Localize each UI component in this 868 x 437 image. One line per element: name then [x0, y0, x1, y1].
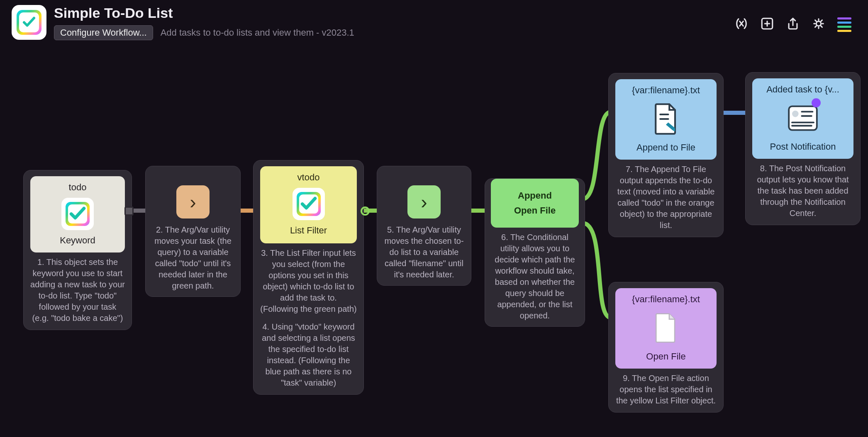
open-label: Open File — [619, 351, 712, 362]
file-icon — [650, 310, 682, 346]
configure-workflow-button[interactable]: Configure Workflow... — [54, 25, 153, 40]
workflow-subtitle: Add tasks to to-do lists and view them -… — [161, 27, 354, 38]
list-filter-node-icon — [293, 188, 325, 220]
header-bar: Simple To-Do List Configure Workflow... … — [0, 0, 868, 46]
open-desc: 9. The Open File action opens the list s… — [615, 373, 717, 406]
conditional-node[interactable]: Append Open File 6. The Conditional util… — [485, 178, 585, 327]
append-desc: 7. The Append To File output appends the… — [615, 164, 717, 231]
chevron-right-icon: › — [407, 185, 441, 218]
open-file-node[interactable]: {var:filename}.txt Open File 9. The Open… — [608, 282, 724, 413]
file-append-icon — [650, 101, 682, 137]
keyword-title: todo — [34, 182, 121, 193]
argvar-orange-node[interactable]: › 2. The Arg/Var utility moves your task… — [145, 166, 241, 297]
argvar-orange-desc: 2. The Arg/Var utility moves your task (… — [151, 224, 234, 291]
argvar-green-node[interactable]: › 5. The Arg/Var utility moves the chose… — [377, 166, 471, 286]
keyword-node[interactable]: todo Keyword 1. This object sets the key… — [23, 170, 132, 330]
add-icon[interactable] — [760, 17, 774, 32]
keyword-node-icon — [61, 198, 94, 230]
notification-icon — [787, 100, 819, 136]
notify-desc: 8. The Post Notification output lets you… — [752, 163, 853, 219]
debug-icon[interactable] — [812, 17, 826, 32]
checkmark-icon — [22, 15, 37, 30]
workflow-canvas[interactable]: todo Keyword 1. This object sets the key… — [0, 46, 868, 437]
workflow-app-icon — [12, 5, 46, 40]
post-notification-node[interactable]: Added task to {v... Post Notification 8.… — [745, 72, 861, 225]
conditional-desc: 6. The Conditional utility allows you to… — [491, 232, 579, 321]
conditional-option-open: Open File — [494, 205, 575, 216]
keyword-output-port[interactable] — [124, 206, 134, 216]
share-icon[interactable] — [786, 17, 800, 32]
list-filter-label: List Filter — [264, 225, 353, 236]
list-filter-desc-4: 4. Using "vtodo" keyword and selecting a… — [260, 321, 357, 388]
menu-icon[interactable] — [837, 17, 851, 32]
list-filter-title: vtodo — [264, 172, 353, 183]
list-filter-output-port[interactable] — [361, 206, 370, 216]
conditional-option-append: Append — [494, 190, 575, 201]
workflow-title: Simple To-Do List — [54, 5, 354, 21]
list-filter-desc-3: 3. The List Filter input lets you select… — [260, 248, 357, 315]
svg-point-1 — [816, 21, 821, 26]
svg-point-3 — [792, 111, 799, 117]
open-title: {var:filename}.txt — [619, 294, 712, 305]
keyword-label: Keyword — [34, 235, 121, 246]
chevron-right-icon: › — [176, 185, 210, 218]
append-label: Append to File — [619, 142, 712, 153]
list-filter-node[interactable]: vtodo List Filter 3. The List Filter inp… — [253, 160, 364, 395]
variables-icon[interactable] — [734, 17, 749, 32]
append-title: {var:filename}.txt — [619, 85, 712, 96]
argvar-green-desc: 5. The Arg/Var utility moves the chosen … — [383, 224, 465, 280]
keyword-desc: 1. This object sets the keyword you use … — [30, 257, 125, 324]
notify-title: Added task to {v... — [756, 84, 849, 95]
append-to-file-node[interactable]: {var:filename}.txt Append to File 7. The… — [608, 73, 724, 237]
notify-label: Post Notification — [756, 141, 849, 152]
notification-badge-icon — [812, 98, 821, 107]
